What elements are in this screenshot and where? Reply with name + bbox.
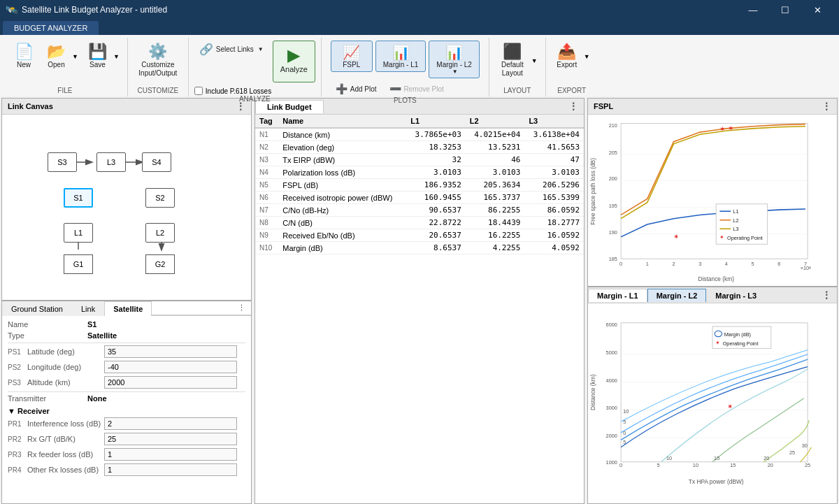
- svg-text:Free space path loss (dB): Free space path loss (dB): [589, 158, 596, 225]
- add-plot-button[interactable]: ➕ Add Plot: [331, 81, 382, 96]
- select-links-button[interactable]: 🔗 Select Links ▼: [194, 41, 268, 58]
- ps2-input[interactable]: [104, 361, 237, 373]
- node-G1[interactable]: G1: [64, 254, 93, 274]
- pr2-input[interactable]: [104, 433, 237, 445]
- right-panel: FSPL ⋮ Free space path loss (dB) Distanc…: [586, 96, 839, 504]
- layout-dropdown[interactable]: ▼: [530, 57, 540, 65]
- node-S2[interactable]: S2: [145, 188, 175, 208]
- prop-name-row: Name S1: [8, 320, 245, 329]
- open-button[interactable]: 📂 Open: [42, 41, 71, 73]
- tab-link[interactable]: Link: [72, 301, 104, 316]
- tab-satellite[interactable]: Satellite: [104, 301, 152, 316]
- svg-text:190: 190: [609, 229, 617, 236]
- open-split: 📂 Open ▼: [42, 41, 80, 73]
- pr1-input[interactable]: [104, 417, 237, 430]
- margin-l2-plot-button[interactable]: 📊 Margin - L2 ▼: [429, 41, 480, 78]
- table-row[interactable]: N2 Elevation (deg) 18.3253 13.5231 41.56…: [255, 141, 584, 154]
- save-button[interactable]: 💾 Save: [83, 41, 112, 73]
- table-row[interactable]: N6 Received isotropic power (dBW) 160.94…: [255, 192, 584, 204]
- analyze-button[interactable]: ▶ Analyze: [273, 41, 315, 82]
- table-row[interactable]: N3 Tx EIRP (dBW) 32 46 47: [255, 154, 584, 166]
- node-S1[interactable]: S1: [64, 188, 93, 208]
- remove-plot-button[interactable]: ➖ Remove Plot: [385, 81, 449, 96]
- table-row[interactable]: N8 C/N (dB) 22.8722 18.4439 18.2777: [255, 217, 584, 229]
- new-button[interactable]: 📄 New: [8, 41, 39, 73]
- customize-input-output-button[interactable]: ⚙️ Customize Input/Output: [134, 41, 182, 81]
- margin-l1-tab[interactable]: Margin - L1: [588, 289, 647, 302]
- margin-l1-plot-button[interactable]: 📊 Margin - L1: [375, 41, 426, 72]
- ribbon-group-layout: ⬛ Default Layout ▼ LAYOUT: [489, 38, 546, 96]
- margin-menu[interactable]: ⋮: [816, 287, 837, 303]
- svg-text:✶: ✶: [719, 125, 725, 133]
- layout-icon: ⬛: [503, 44, 522, 59]
- margin-l1-icon: 📊: [392, 44, 410, 61]
- margin-l3-tab[interactable]: Margin - L3: [706, 289, 766, 302]
- prop-pr1-row: PR1 Interference loss (dB): [8, 417, 245, 430]
- table-row[interactable]: N4 Polarization loss (dB) 3.0103 3.0103 …: [255, 166, 584, 179]
- fspl-header[interactable]: FSPL ⋮: [588, 99, 837, 115]
- fspl-menu[interactable]: ⋮: [816, 99, 837, 114]
- link-budget-table-container: Tag Name L1 L2 L3 N1 Distance (km) 3.786…: [255, 115, 584, 503]
- export-dropdown[interactable]: ▼: [582, 52, 592, 61]
- svg-text:Tx HPA power (dBW): Tx HPA power (dBW): [689, 478, 744, 485]
- tab-ground-station[interactable]: Ground Station: [2, 301, 72, 316]
- customize-icon: ⚙️: [148, 44, 167, 59]
- default-layout-button[interactable]: ⬛ Default Layout: [495, 41, 530, 81]
- node-L2[interactable]: L2: [145, 223, 175, 243]
- link-budget-header[interactable]: Link Budget ⋮: [255, 99, 584, 115]
- svg-text:6: 6: [777, 261, 780, 267]
- include-p618-checkbox[interactable]: [194, 87, 203, 95]
- node-S4[interactable]: S4: [142, 152, 171, 172]
- table-row[interactable]: N9 Received Eb/No (dB) 20.6537 16.2255 1…: [255, 229, 584, 242]
- minimize-button[interactable]: —: [737, 0, 769, 20]
- svg-text:15: 15: [730, 462, 736, 468]
- node-S3[interactable]: S3: [48, 152, 77, 172]
- svg-text:1: 1: [646, 261, 649, 267]
- fspl-svg: Free space path loss (dB) Distance (km) …: [588, 115, 837, 286]
- prop-ps2-row: PS2 Longitude (deg): [8, 361, 245, 373]
- fspl-icon: 📈: [343, 44, 360, 61]
- ribbon-group-customize: ⚙️ Customize Input/Output CUSTOMIZE: [128, 38, 189, 96]
- include-p618-row: Include P.618 Losses: [194, 87, 271, 95]
- node-L3[interactable]: L3: [96, 152, 126, 172]
- ps1-input[interactable]: [104, 345, 237, 358]
- svg-text:✶: ✶: [715, 339, 720, 346]
- node-L1[interactable]: L1: [64, 223, 93, 243]
- link-budget-menu[interactable]: ⋮: [563, 99, 584, 114]
- properties-tabs: Ground Station Link Satellite ⋮: [2, 301, 251, 316]
- layout-group-label: LAYOUT: [503, 87, 531, 96]
- table-row[interactable]: N10 Margin (dB) 8.6537 4.2255 4.0592: [255, 242, 584, 254]
- close-button[interactable]: ✕: [801, 0, 833, 20]
- svg-text:195: 195: [609, 203, 617, 209]
- node-G2[interactable]: G2: [145, 254, 175, 274]
- maximize-button[interactable]: ☐: [769, 0, 801, 20]
- link-canvas-header[interactable]: Link Canvas ⋮: [2, 99, 251, 115]
- pr4-input[interactable]: [104, 463, 237, 476]
- ps3-id: PS3: [8, 379, 27, 387]
- save-dropdown[interactable]: ▼: [112, 52, 122, 61]
- table-row[interactable]: N1 Distance (km) 3.7865e+03 4.0215e+04 3…: [255, 128, 584, 141]
- svg-text:3: 3: [698, 261, 701, 267]
- pr3-input[interactable]: [104, 448, 237, 461]
- table-row[interactable]: N5 FSPL (dB) 186.9352 205.3634 206.5296: [255, 179, 584, 192]
- export-button[interactable]: 📤 Export: [552, 41, 582, 73]
- svg-text:7: 7: [804, 261, 807, 267]
- link-budget-table: Tag Name L1 L2 L3 N1 Distance (km) 3.786…: [255, 115, 584, 254]
- ribbon-tab-budget-analyzer[interactable]: BUDGET ANALYZER: [3, 21, 99, 35]
- analyze-group-label: ANALYZE: [239, 95, 271, 105]
- table-row[interactable]: N7 C/No (dB-Hz) 90.6537 86.2255 86.0592: [255, 204, 584, 217]
- svg-text:Operating Point: Operating Point: [727, 235, 763, 241]
- open-dropdown[interactable]: ▼: [71, 52, 80, 61]
- margin-l2-tab[interactable]: Margin - L2: [647, 289, 707, 302]
- ps3-input[interactable]: [104, 376, 237, 389]
- margin-header: Margin - L1 Margin - L2 Margin - L3 ⋮: [588, 287, 837, 303]
- props-panel-menu[interactable]: ⋮: [232, 301, 251, 315]
- fspl-plot-button[interactable]: 📈 FSPL: [331, 41, 373, 72]
- canvas-area[interactable]: S3 L3 S4 S1 S2 L1 L2 G1 G2: [2, 115, 251, 300]
- transmitter-row: Transmitter None: [8, 394, 245, 403]
- margin-plot-tabs: Margin - L1 Margin - L2 Margin - L3: [588, 289, 816, 301]
- svg-text:25: 25: [789, 449, 795, 456]
- svg-text:1000: 1000: [606, 459, 617, 466]
- margin-plot-area: Distance (km) Tx HPA power (dBW) 6000 50…: [588, 303, 837, 503]
- svg-text:L1: L1: [733, 208, 738, 215]
